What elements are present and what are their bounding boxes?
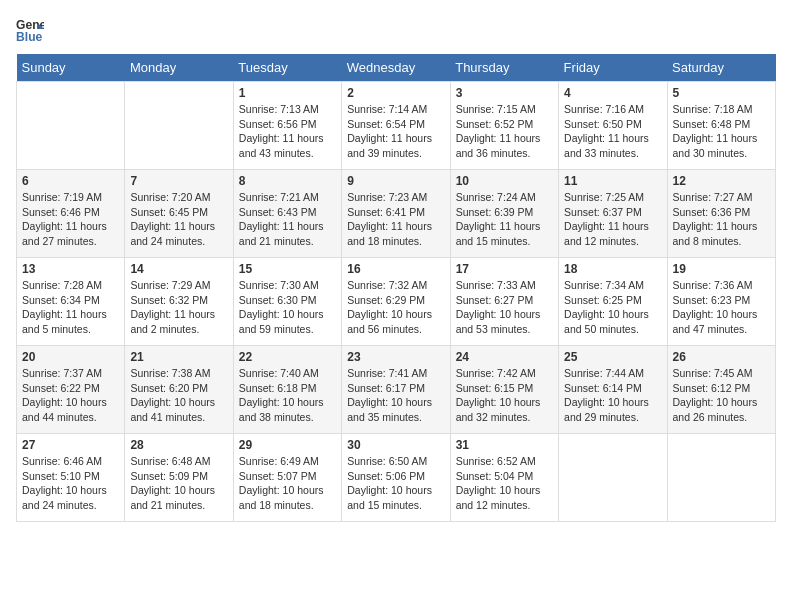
calendar-cell: 28Sunrise: 6:48 AM Sunset: 5:09 PM Dayli…	[125, 434, 233, 522]
day-info: Sunrise: 7:16 AM Sunset: 6:50 PM Dayligh…	[564, 102, 661, 161]
day-info: Sunrise: 7:34 AM Sunset: 6:25 PM Dayligh…	[564, 278, 661, 337]
calendar-cell: 13Sunrise: 7:28 AM Sunset: 6:34 PM Dayli…	[17, 258, 125, 346]
day-number: 7	[130, 174, 227, 188]
day-info: Sunrise: 7:30 AM Sunset: 6:30 PM Dayligh…	[239, 278, 336, 337]
day-number: 17	[456, 262, 553, 276]
calendar-cell: 16Sunrise: 7:32 AM Sunset: 6:29 PM Dayli…	[342, 258, 450, 346]
calendar-cell: 8Sunrise: 7:21 AM Sunset: 6:43 PM Daylig…	[233, 170, 341, 258]
week-row-4: 20Sunrise: 7:37 AM Sunset: 6:22 PM Dayli…	[17, 346, 776, 434]
day-number: 31	[456, 438, 553, 452]
calendar-cell: 26Sunrise: 7:45 AM Sunset: 6:12 PM Dayli…	[667, 346, 775, 434]
calendar-cell: 22Sunrise: 7:40 AM Sunset: 6:18 PM Dayli…	[233, 346, 341, 434]
day-info: Sunrise: 7:18 AM Sunset: 6:48 PM Dayligh…	[673, 102, 770, 161]
day-number: 30	[347, 438, 444, 452]
day-info: Sunrise: 6:48 AM Sunset: 5:09 PM Dayligh…	[130, 454, 227, 513]
calendar-cell: 11Sunrise: 7:25 AM Sunset: 6:37 PM Dayli…	[559, 170, 667, 258]
calendar-cell: 30Sunrise: 6:50 AM Sunset: 5:06 PM Dayli…	[342, 434, 450, 522]
svg-text:Blue: Blue	[16, 30, 43, 44]
day-number: 22	[239, 350, 336, 364]
day-number: 21	[130, 350, 227, 364]
calendar-cell	[667, 434, 775, 522]
day-info: Sunrise: 6:50 AM Sunset: 5:06 PM Dayligh…	[347, 454, 444, 513]
day-info: Sunrise: 7:25 AM Sunset: 6:37 PM Dayligh…	[564, 190, 661, 249]
day-number: 2	[347, 86, 444, 100]
day-number: 26	[673, 350, 770, 364]
day-info: Sunrise: 7:19 AM Sunset: 6:46 PM Dayligh…	[22, 190, 119, 249]
calendar-cell: 15Sunrise: 7:30 AM Sunset: 6:30 PM Dayli…	[233, 258, 341, 346]
day-info: Sunrise: 7:36 AM Sunset: 6:23 PM Dayligh…	[673, 278, 770, 337]
day-info: Sunrise: 7:14 AM Sunset: 6:54 PM Dayligh…	[347, 102, 444, 161]
day-header-wednesday: Wednesday	[342, 54, 450, 82]
day-info: Sunrise: 7:41 AM Sunset: 6:17 PM Dayligh…	[347, 366, 444, 425]
day-number: 19	[673, 262, 770, 276]
day-info: Sunrise: 7:40 AM Sunset: 6:18 PM Dayligh…	[239, 366, 336, 425]
calendar-cell: 27Sunrise: 6:46 AM Sunset: 5:10 PM Dayli…	[17, 434, 125, 522]
day-number: 4	[564, 86, 661, 100]
calendar-cell: 10Sunrise: 7:24 AM Sunset: 6:39 PM Dayli…	[450, 170, 558, 258]
day-info: Sunrise: 6:52 AM Sunset: 5:04 PM Dayligh…	[456, 454, 553, 513]
day-info: Sunrise: 7:15 AM Sunset: 6:52 PM Dayligh…	[456, 102, 553, 161]
calendar-cell: 12Sunrise: 7:27 AM Sunset: 6:36 PM Dayli…	[667, 170, 775, 258]
week-row-5: 27Sunrise: 6:46 AM Sunset: 5:10 PM Dayli…	[17, 434, 776, 522]
logo: General Blue	[16, 16, 44, 44]
week-row-1: 1Sunrise: 7:13 AM Sunset: 6:56 PM Daylig…	[17, 82, 776, 170]
day-number: 3	[456, 86, 553, 100]
day-info: Sunrise: 7:13 AM Sunset: 6:56 PM Dayligh…	[239, 102, 336, 161]
calendar-cell: 14Sunrise: 7:29 AM Sunset: 6:32 PM Dayli…	[125, 258, 233, 346]
week-row-3: 13Sunrise: 7:28 AM Sunset: 6:34 PM Dayli…	[17, 258, 776, 346]
day-number: 15	[239, 262, 336, 276]
day-number: 5	[673, 86, 770, 100]
day-info: Sunrise: 7:44 AM Sunset: 6:14 PM Dayligh…	[564, 366, 661, 425]
day-info: Sunrise: 7:27 AM Sunset: 6:36 PM Dayligh…	[673, 190, 770, 249]
calendar-cell: 29Sunrise: 6:49 AM Sunset: 5:07 PM Dayli…	[233, 434, 341, 522]
day-info: Sunrise: 6:49 AM Sunset: 5:07 PM Dayligh…	[239, 454, 336, 513]
day-number: 24	[456, 350, 553, 364]
calendar-cell: 25Sunrise: 7:44 AM Sunset: 6:14 PM Dayli…	[559, 346, 667, 434]
day-number: 29	[239, 438, 336, 452]
calendar-cell: 24Sunrise: 7:42 AM Sunset: 6:15 PM Dayli…	[450, 346, 558, 434]
calendar-cell: 31Sunrise: 6:52 AM Sunset: 5:04 PM Dayli…	[450, 434, 558, 522]
day-number: 23	[347, 350, 444, 364]
day-header-saturday: Saturday	[667, 54, 775, 82]
day-number: 6	[22, 174, 119, 188]
page-header: General Blue	[16, 16, 776, 44]
day-info: Sunrise: 7:33 AM Sunset: 6:27 PM Dayligh…	[456, 278, 553, 337]
day-number: 12	[673, 174, 770, 188]
day-number: 14	[130, 262, 227, 276]
day-info: Sunrise: 7:45 AM Sunset: 6:12 PM Dayligh…	[673, 366, 770, 425]
day-number: 28	[130, 438, 227, 452]
day-header-thursday: Thursday	[450, 54, 558, 82]
day-info: Sunrise: 7:28 AM Sunset: 6:34 PM Dayligh…	[22, 278, 119, 337]
day-header-monday: Monday	[125, 54, 233, 82]
day-number: 10	[456, 174, 553, 188]
day-number: 20	[22, 350, 119, 364]
day-number: 9	[347, 174, 444, 188]
day-number: 16	[347, 262, 444, 276]
day-number: 25	[564, 350, 661, 364]
day-info: Sunrise: 7:32 AM Sunset: 6:29 PM Dayligh…	[347, 278, 444, 337]
week-row-2: 6Sunrise: 7:19 AM Sunset: 6:46 PM Daylig…	[17, 170, 776, 258]
calendar-cell: 19Sunrise: 7:36 AM Sunset: 6:23 PM Dayli…	[667, 258, 775, 346]
day-header-tuesday: Tuesday	[233, 54, 341, 82]
day-info: Sunrise: 7:38 AM Sunset: 6:20 PM Dayligh…	[130, 366, 227, 425]
calendar-cell	[559, 434, 667, 522]
calendar-cell: 1Sunrise: 7:13 AM Sunset: 6:56 PM Daylig…	[233, 82, 341, 170]
day-header-friday: Friday	[559, 54, 667, 82]
calendar-cell: 23Sunrise: 7:41 AM Sunset: 6:17 PM Dayli…	[342, 346, 450, 434]
day-number: 13	[22, 262, 119, 276]
calendar-cell: 2Sunrise: 7:14 AM Sunset: 6:54 PM Daylig…	[342, 82, 450, 170]
day-number: 1	[239, 86, 336, 100]
calendar-cell: 3Sunrise: 7:15 AM Sunset: 6:52 PM Daylig…	[450, 82, 558, 170]
calendar-cell: 5Sunrise: 7:18 AM Sunset: 6:48 PM Daylig…	[667, 82, 775, 170]
day-number: 11	[564, 174, 661, 188]
header-row: SundayMondayTuesdayWednesdayThursdayFrid…	[17, 54, 776, 82]
day-number: 8	[239, 174, 336, 188]
calendar-cell: 17Sunrise: 7:33 AM Sunset: 6:27 PM Dayli…	[450, 258, 558, 346]
calendar-cell	[125, 82, 233, 170]
calendar-cell: 9Sunrise: 7:23 AM Sunset: 6:41 PM Daylig…	[342, 170, 450, 258]
day-info: Sunrise: 7:24 AM Sunset: 6:39 PM Dayligh…	[456, 190, 553, 249]
day-info: Sunrise: 7:29 AM Sunset: 6:32 PM Dayligh…	[130, 278, 227, 337]
calendar-cell: 21Sunrise: 7:38 AM Sunset: 6:20 PM Dayli…	[125, 346, 233, 434]
day-info: Sunrise: 7:20 AM Sunset: 6:45 PM Dayligh…	[130, 190, 227, 249]
day-header-sunday: Sunday	[17, 54, 125, 82]
